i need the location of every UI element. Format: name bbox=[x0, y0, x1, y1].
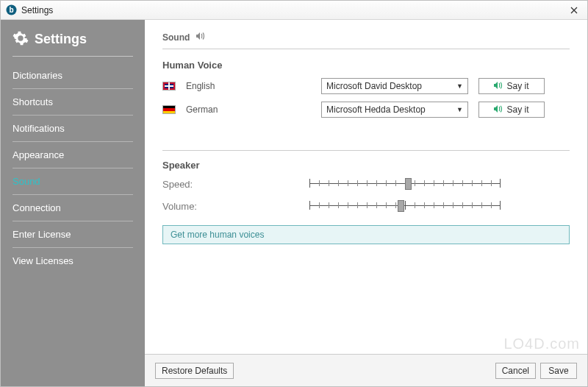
divider bbox=[162, 150, 570, 151]
settings-window: b Settings Settings Dictionaries Shortcu… bbox=[0, 0, 588, 387]
sidebar-item-view-licenses[interactable]: View Licenses bbox=[12, 248, 133, 274]
close-button[interactable] bbox=[565, 4, 583, 17]
voice-select-english[interactable]: Microsoft David Desktop ▼ bbox=[321, 78, 468, 94]
voice-row-german: German Microsoft Hedda Desktop ▼ Say it bbox=[162, 102, 570, 118]
cancel-button[interactable]: Cancel bbox=[495, 363, 536, 379]
speaker-icon bbox=[494, 81, 503, 91]
close-icon bbox=[570, 7, 578, 14]
divider bbox=[162, 49, 570, 49]
volume-label: Volume: bbox=[162, 201, 309, 212]
sidebar-item-shortcuts[interactable]: Shortcuts bbox=[12, 89, 133, 116]
say-it-button-english[interactable]: Say it bbox=[478, 78, 545, 94]
restore-defaults-button[interactable]: Restore Defaults bbox=[155, 363, 234, 379]
chevron-down-icon: ▼ bbox=[456, 82, 463, 90]
speed-row: Speed: bbox=[162, 178, 570, 190]
section-header: Sound bbox=[162, 32, 570, 43]
save-label: Save bbox=[548, 366, 568, 376]
sidebar-item-label: Enter License bbox=[12, 229, 71, 240]
chevron-down-icon: ▼ bbox=[456, 106, 463, 113]
speaker-icon bbox=[494, 104, 503, 115]
volume-row: Volume: bbox=[162, 200, 570, 212]
sidebar-item-sound[interactable]: Sound bbox=[12, 168, 133, 195]
voice-lang-label: German bbox=[186, 104, 311, 115]
sidebar-item-enter-license[interactable]: Enter License bbox=[12, 221, 133, 248]
sidebar-item-dictionaries[interactable]: Dictionaries bbox=[12, 63, 133, 89]
sidebar-item-label: Connection bbox=[12, 202, 61, 213]
restore-label: Restore Defaults bbox=[162, 366, 227, 376]
sidebar-item-label: Notifications bbox=[12, 123, 65, 134]
volume-slider[interactable] bbox=[309, 200, 501, 212]
voice-select-german[interactable]: Microsoft Hedda Desktop ▼ bbox=[321, 102, 468, 118]
speed-label: Speed: bbox=[162, 179, 309, 190]
sidebar-item-label: Sound bbox=[12, 176, 40, 187]
window-body: Settings Dictionaries Shortcuts Notifica… bbox=[1, 20, 587, 386]
human-voice-heading: Human Voice bbox=[162, 60, 570, 71]
sidebar-item-connection[interactable]: Connection bbox=[12, 195, 133, 221]
sidebar-item-label: Dictionaries bbox=[12, 70, 62, 81]
flag-uk-icon bbox=[162, 82, 176, 90]
sidebar-title: Settings bbox=[35, 32, 87, 47]
sidebar: Settings Dictionaries Shortcuts Notifica… bbox=[1, 20, 145, 386]
speed-slider[interactable] bbox=[309, 178, 501, 190]
titlebar: b Settings bbox=[1, 1, 587, 20]
save-button[interactable]: Save bbox=[540, 363, 577, 379]
speaker-heading: Speaker bbox=[162, 160, 570, 171]
voice-select-value: Microsoft Hedda Desktop bbox=[326, 104, 426, 115]
sidebar-item-notifications[interactable]: Notifications bbox=[12, 116, 133, 142]
flag-de-icon bbox=[162, 105, 176, 114]
sidebar-item-label: Appearance bbox=[12, 149, 64, 160]
svg-text:b: b bbox=[9, 6, 13, 14]
sidebar-item-label: Shortcuts bbox=[12, 96, 53, 107]
say-it-label: Say it bbox=[506, 81, 528, 91]
app-icon: b bbox=[5, 4, 17, 16]
sidebar-item-appearance[interactable]: Appearance bbox=[12, 142, 133, 168]
sidebar-header: Settings bbox=[12, 30, 133, 57]
section-title: Sound bbox=[162, 32, 190, 43]
say-it-label: Say it bbox=[506, 104, 528, 115]
voice-select-value: Microsoft David Desktop bbox=[326, 81, 422, 91]
footer: Restore Defaults Cancel Save bbox=[145, 354, 587, 386]
voice-row-english: English Microsoft David Desktop ▼ Say it bbox=[162, 78, 570, 94]
get-more-voices-button[interactable]: Get more human voices bbox=[162, 225, 570, 244]
content-pane: Sound Human Voice English Microsoft Davi… bbox=[145, 20, 587, 386]
cancel-label: Cancel bbox=[502, 366, 529, 376]
get-more-label: Get more human voices bbox=[171, 230, 264, 240]
gear-icon bbox=[12, 30, 29, 49]
slider-thumb[interactable] bbox=[405, 178, 412, 190]
slider-thumb[interactable] bbox=[398, 200, 404, 212]
sidebar-item-label: View Licenses bbox=[12, 255, 74, 266]
sound-icon bbox=[196, 32, 206, 43]
voice-lang-label: English bbox=[186, 81, 311, 91]
say-it-button-german[interactable]: Say it bbox=[478, 102, 545, 118]
window-title: Settings bbox=[21, 5, 53, 15]
